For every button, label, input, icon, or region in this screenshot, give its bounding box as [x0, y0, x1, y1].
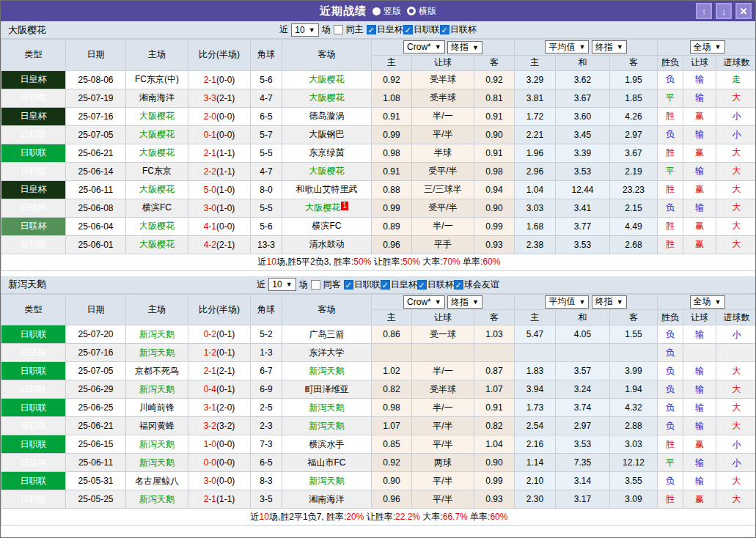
- league-checkbox[interactable]: ✓: [344, 280, 353, 290]
- home-team[interactable]: 川崎前锋: [126, 399, 188, 417]
- avg-home: 3.94: [515, 380, 556, 399]
- away-team[interactable]: 新泻天鹅: [282, 362, 372, 380]
- avg-draw: 7.35: [556, 454, 610, 472]
- summary-segment: 60%: [490, 512, 507, 522]
- away-team[interactable]: 横滨FC: [282, 217, 372, 235]
- league-checkbox[interactable]: ✓: [381, 280, 390, 290]
- bookmaker-select[interactable]: Crow*▼: [403, 40, 445, 54]
- radio-horizontal-icon[interactable]: [407, 7, 416, 15]
- odds-home: 0.92: [372, 454, 412, 472]
- close-button[interactable]: ✕: [735, 3, 752, 19]
- league-checkbox[interactable]: ✓: [417, 280, 427, 290]
- match-date: 25-06-04: [66, 217, 126, 235]
- chevron-down-icon: ▼: [286, 281, 293, 288]
- away-team[interactable]: 大阪樱花: [282, 89, 372, 107]
- layout-radio-horizontal[interactable]: 横版: [407, 5, 436, 18]
- league-type-badge: 日职联: [1, 125, 66, 144]
- result-winloss: 负: [658, 417, 683, 435]
- chevron-down-icon: ▼: [435, 43, 441, 51]
- games-count-select[interactable]: 10▼: [268, 278, 296, 291]
- match-date: 25-06-29: [66, 380, 126, 399]
- final-index-select-right[interactable]: 终指▼: [592, 40, 627, 54]
- home-team[interactable]: 新泻天鹅: [126, 454, 188, 472]
- odds-away: 0.81: [474, 89, 515, 107]
- corners: 8-3: [251, 472, 282, 490]
- halftime-score: (0-0): [216, 75, 235, 85]
- fulltime-score: 3-3: [204, 93, 216, 103]
- home-team[interactable]: 新泻天鹅: [126, 490, 188, 509]
- result-handicap: 输: [683, 125, 716, 144]
- league-checkbox[interactable]: ✓: [367, 25, 376, 34]
- home-team[interactable]: FC东京(中): [126, 70, 188, 89]
- home-team[interactable]: 大阪樱花: [126, 144, 188, 162]
- same-side-checkbox[interactable]: [334, 25, 343, 34]
- halftime-score: (0-0): [216, 130, 235, 140]
- home-team[interactable]: 大阪樱花: [126, 125, 188, 144]
- home-team[interactable]: 名古屋鲸八: [126, 472, 188, 490]
- home-team[interactable]: 大阪樱花: [126, 107, 188, 125]
- home-team[interactable]: 新泻天鹅: [126, 380, 188, 399]
- home-team[interactable]: 新泻天鹅: [126, 344, 188, 362]
- scroll-down-button[interactable]: ↓: [716, 3, 732, 19]
- home-team[interactable]: 大阪樱花: [126, 217, 188, 235]
- away-team[interactable]: 横滨水手: [282, 435, 372, 454]
- halftime-score: (2-1): [216, 240, 235, 250]
- home-team[interactable]: 新泻天鹅: [126, 325, 188, 344]
- away-team[interactable]: 福山市FC: [282, 454, 372, 472]
- scope-select[interactable]: 全场▼: [690, 295, 725, 309]
- average-select[interactable]: 平均值▼: [545, 40, 589, 54]
- home-team[interactable]: FC东京: [126, 162, 188, 180]
- away-team[interactable]: 新泻天鹅: [282, 399, 372, 417]
- final-index-select-left[interactable]: 终指▼: [447, 295, 482, 309]
- away-team[interactable]: 东洋大学: [282, 344, 372, 362]
- league-checkbox[interactable]: ✓: [454, 280, 463, 290]
- away-team[interactable]: 湘南海洋: [282, 490, 372, 509]
- final-index-select-right[interactable]: 终指▼: [592, 295, 627, 309]
- away-team[interactable]: 大阪樱花1: [282, 199, 372, 217]
- home-team[interactable]: 湘南海洋: [126, 89, 188, 107]
- league-checkbox[interactable]: ✓: [403, 25, 413, 34]
- away-team[interactable]: 和歌山艾特里武: [282, 180, 372, 199]
- games-count-select[interactable]: 10▼: [291, 23, 318, 37]
- same-side-checkbox[interactable]: [311, 280, 320, 290]
- result-goals-label: 大: [733, 239, 741, 249]
- result-goals-label: 走: [733, 74, 741, 84]
- col-avg-home: 主: [515, 55, 556, 70]
- home-team[interactable]: 大阪樱花: [126, 180, 188, 199]
- result-winloss-label: 负: [666, 476, 675, 486]
- away-team[interactable]: 大阪钢巴: [282, 125, 372, 144]
- odds-away: 1.07: [474, 380, 515, 399]
- odds-home: 0.98: [372, 399, 412, 417]
- filter-bar: 大阪樱花 近 10▼ 场 同主 ✓日皇杯✓日职联✓日联杯: [1, 21, 755, 39]
- result-handicap-label: 输: [695, 329, 704, 339]
- league-type-badge: 日职联: [1, 380, 66, 399]
- away-team[interactable]: 新泻天鹅: [282, 417, 372, 435]
- home-team[interactable]: 京都不死鸟: [126, 362, 188, 380]
- result-goals-label: 大: [733, 421, 741, 431]
- away-team[interactable]: 町田泽维亚: [282, 380, 372, 399]
- scope-select[interactable]: 全场▼: [690, 40, 725, 54]
- league-checkbox[interactable]: ✓: [440, 25, 449, 34]
- home-team[interactable]: 新泻天鹅: [126, 435, 188, 454]
- bookmaker-select[interactable]: Crow*▼: [403, 295, 445, 309]
- final-index-select-left[interactable]: 终指▼: [447, 41, 482, 54]
- result-goals: 大: [716, 417, 756, 435]
- result-goals: 大: [716, 235, 756, 254]
- home-team[interactable]: 横滨FC: [126, 199, 188, 217]
- average-select[interactable]: 平均值▼: [545, 295, 589, 309]
- away-team[interactable]: 大阪樱花: [282, 70, 372, 89]
- avg-draw: 3.39: [556, 144, 610, 162]
- away-team[interactable]: 清水鼓动: [282, 235, 372, 254]
- away-team[interactable]: 东京绿茵: [282, 144, 372, 162]
- radio-vertical-icon[interactable]: [373, 7, 381, 15]
- scroll-up-button[interactable]: ↑: [696, 3, 712, 19]
- away-team[interactable]: 德岛漩涡: [282, 107, 372, 125]
- home-team[interactable]: 福冈黄蜂: [126, 417, 188, 435]
- away-team[interactable]: 广岛三箭: [282, 325, 372, 344]
- away-team[interactable]: 大阪樱花: [282, 162, 372, 180]
- home-team[interactable]: 大阪樱花: [126, 235, 188, 254]
- layout-radio-vertical[interactable]: 竖版: [373, 5, 401, 18]
- odds-home: 0.96: [372, 235, 412, 254]
- away-team[interactable]: 新泻天鹅: [282, 472, 372, 490]
- odds-handicap: 平/半: [412, 472, 474, 490]
